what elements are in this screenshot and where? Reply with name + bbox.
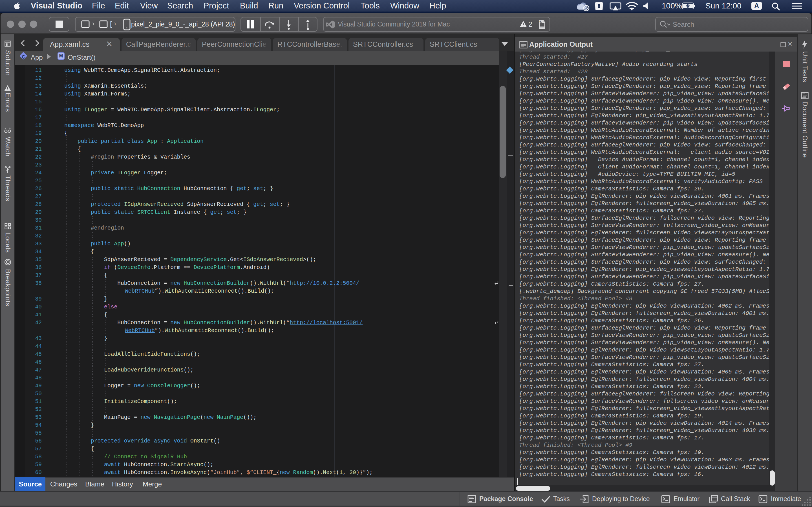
svg-text:A: A xyxy=(539,20,541,22)
